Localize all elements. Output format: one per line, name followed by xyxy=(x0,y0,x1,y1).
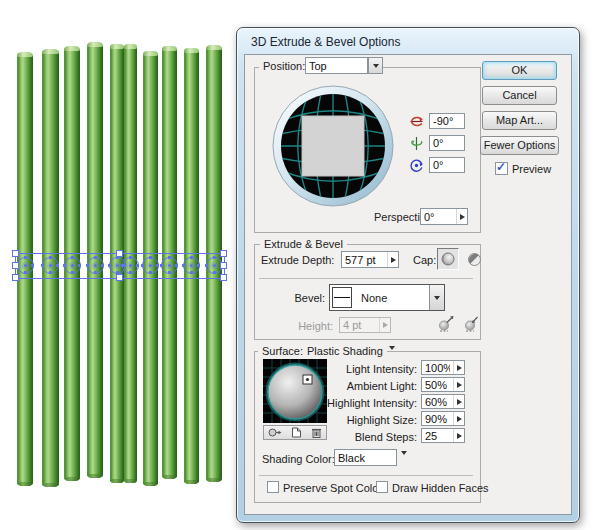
move-light-to-back-button[interactable] xyxy=(268,427,282,438)
selected-circle-path[interactable] xyxy=(87,257,104,274)
selection-handle[interactable] xyxy=(12,250,19,257)
trackball-preview[interactable] xyxy=(272,85,394,207)
anchor-point[interactable] xyxy=(94,256,97,259)
anchor-point[interactable] xyxy=(213,271,216,274)
selected-circle-path[interactable] xyxy=(122,257,139,274)
anchor-point[interactable] xyxy=(129,256,132,259)
shading-color-dropdown[interactable] xyxy=(334,449,397,466)
stepper-icon[interactable] xyxy=(453,412,464,425)
bevel-dropdown-arrow[interactable] xyxy=(429,285,444,310)
preserve-spot-colors-checkbox[interactable] xyxy=(267,481,279,493)
selection-handle[interactable] xyxy=(116,250,123,257)
rotate-x-icon[interactable] xyxy=(409,114,424,129)
anchor-point[interactable] xyxy=(108,264,111,267)
anchor-point[interactable] xyxy=(121,264,124,267)
ambient-light-input[interactable] xyxy=(422,379,453,391)
anchor-point[interactable] xyxy=(24,271,27,274)
highlight-size-field[interactable] xyxy=(421,411,465,426)
highlight-size-input[interactable] xyxy=(422,413,453,425)
rotate-z-field[interactable] xyxy=(429,157,465,173)
anchor-point[interactable] xyxy=(71,256,74,259)
bevel-extent-out-button[interactable] xyxy=(438,315,455,332)
selection-handle[interactable] xyxy=(220,274,227,281)
rotate-z-icon[interactable] xyxy=(409,158,424,173)
anchor-point[interactable] xyxy=(136,264,139,267)
anchor-point[interactable] xyxy=(49,271,52,274)
anchor-point[interactable] xyxy=(78,264,81,267)
perspective-field[interactable] xyxy=(420,208,468,225)
stepper-icon[interactable] xyxy=(453,361,464,374)
blend-steps-input[interactable] xyxy=(422,430,453,442)
anchor-point[interactable] xyxy=(71,271,74,274)
anchor-point[interactable] xyxy=(175,264,178,267)
extrude-depth-input[interactable] xyxy=(342,254,387,266)
stepper-icon[interactable] xyxy=(387,252,398,267)
anchor-point[interactable] xyxy=(63,264,66,267)
selected-circle-path[interactable] xyxy=(142,257,159,274)
selected-circle-path[interactable] xyxy=(161,257,178,274)
cancel-button[interactable]: Cancel xyxy=(482,86,557,105)
selection-handle[interactable] xyxy=(12,274,19,281)
anchor-point[interactable] xyxy=(149,256,152,259)
selected-circle-path[interactable] xyxy=(17,257,34,274)
stepper-icon[interactable] xyxy=(453,378,464,391)
draw-hidden-faces-checkbox[interactable] xyxy=(376,481,388,493)
blend-steps-field[interactable] xyxy=(421,428,465,443)
position-dropdown-value[interactable] xyxy=(306,60,367,72)
position-dropdown-arrow[interactable] xyxy=(368,57,383,74)
anchor-point[interactable] xyxy=(141,264,144,267)
shading-color-arrow[interactable] xyxy=(401,455,407,473)
cap-on-button[interactable] xyxy=(437,248,459,270)
anchor-point[interactable] xyxy=(101,264,104,267)
rotate-y-field[interactable] xyxy=(429,135,465,151)
anchor-point[interactable] xyxy=(182,264,185,267)
anchor-point[interactable] xyxy=(197,264,200,267)
anchor-point[interactable] xyxy=(49,256,52,259)
rotate-z-input[interactable] xyxy=(430,159,464,171)
anchor-point[interactable] xyxy=(190,271,193,274)
anchor-point[interactable] xyxy=(160,264,163,267)
fewer-options-button[interactable]: Fewer Options xyxy=(480,136,559,155)
ok-button[interactable]: OK xyxy=(482,61,557,80)
dialog-titlebar[interactable]: 3D Extrude & Bevel Options xyxy=(237,28,579,54)
rotate-x-field[interactable] xyxy=(429,113,465,129)
rotate-y-input[interactable] xyxy=(430,137,464,149)
rotate-x-input[interactable] xyxy=(430,115,464,127)
light-intensity-field[interactable] xyxy=(421,360,465,375)
extrude-depth-field[interactable] xyxy=(341,251,399,268)
anchor-point[interactable] xyxy=(205,264,208,267)
anchor-point[interactable] xyxy=(190,256,193,259)
position-dropdown[interactable] xyxy=(305,57,368,74)
anchor-point[interactable] xyxy=(86,264,89,267)
map-art-button[interactable]: Map Art... xyxy=(482,111,557,130)
anchor-point[interactable] xyxy=(149,271,152,274)
selected-circle-path[interactable] xyxy=(183,257,200,274)
selection-handle[interactable] xyxy=(116,274,123,281)
ambient-light-field[interactable] xyxy=(421,377,465,392)
highlight-intensity-field[interactable] xyxy=(421,394,465,409)
bevel-extent-in-button[interactable] xyxy=(463,315,480,332)
selection-handle[interactable] xyxy=(220,250,227,257)
selected-circle-path[interactable] xyxy=(42,257,59,274)
anchor-point[interactable] xyxy=(31,264,34,267)
anchor-point[interactable] xyxy=(168,256,171,259)
stepper-icon[interactable] xyxy=(453,395,464,408)
bevel-dropdown[interactable]: None xyxy=(329,284,445,311)
anchor-point[interactable] xyxy=(41,264,44,267)
anchor-point[interactable] xyxy=(24,256,27,259)
surface-dropdown[interactable]: Plastic Shading xyxy=(303,345,387,357)
rotate-y-icon[interactable] xyxy=(409,136,424,151)
shading-color-value[interactable] xyxy=(335,452,396,464)
perspective-input[interactable] xyxy=(421,211,456,223)
light-intensity-input[interactable] xyxy=(422,362,453,374)
selection-handle[interactable] xyxy=(12,262,19,269)
anchor-point[interactable] xyxy=(168,271,171,274)
cap-off-button[interactable] xyxy=(467,252,482,267)
stepper-icon[interactable] xyxy=(456,209,467,224)
anchor-point[interactable] xyxy=(56,264,59,267)
anchor-point[interactable] xyxy=(129,271,132,274)
preview-checkbox[interactable] xyxy=(495,162,508,175)
highlight-intensity-input[interactable] xyxy=(422,396,453,408)
anchor-point[interactable] xyxy=(213,256,216,259)
selected-circle-path[interactable] xyxy=(64,257,81,274)
